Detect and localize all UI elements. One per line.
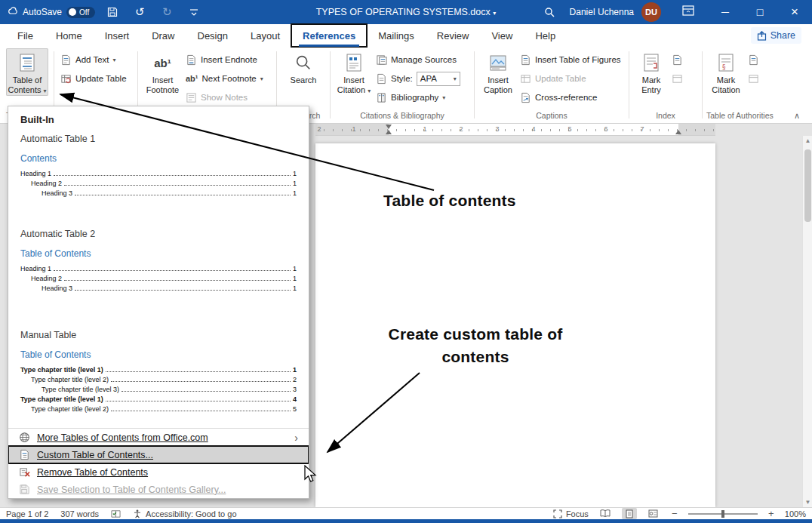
menu-item-custom-toc[interactable]: Custom Table of Contents... (8, 446, 309, 463)
user-name[interactable]: Daniel Uchenna (570, 7, 634, 17)
show-notes-button[interactable]: Show Notes (183, 90, 266, 105)
tab-mailings[interactable]: Mailings (367, 24, 426, 47)
zoom-level[interactable]: 100% (785, 509, 806, 518)
style-value: APA (420, 74, 437, 83)
redo-button[interactable]: ↻ (157, 2, 177, 22)
tab-home[interactable]: Home (45, 24, 94, 47)
tab-draw[interactable]: Draw (140, 24, 186, 47)
vertical-scrollbar[interactable]: ▲ ▼ (802, 136, 812, 507)
tab-references[interactable]: References (291, 24, 367, 47)
autosave-toggle[interactable]: Off (66, 7, 95, 18)
show-notes-icon (186, 92, 197, 103)
right-indent-marker[interactable] (675, 130, 681, 134)
update-table-button[interactable]: Update Table (58, 71, 129, 86)
tab-view[interactable]: View (480, 24, 524, 47)
ruler-number: 5 (566, 125, 574, 133)
search-button-ribbon[interactable]: Search (282, 48, 324, 85)
zoom-slider-thumb[interactable] (721, 510, 724, 518)
insert-footnote-button[interactable]: ab¹ Insert Footnote (142, 48, 183, 95)
word-count[interactable]: 307 words (60, 509, 99, 518)
toggle-knob-icon (69, 8, 76, 16)
group-separator (629, 51, 629, 118)
save-icon (107, 7, 118, 17)
tab-review[interactable]: Review (426, 24, 481, 47)
menu-item-save-selection[interactable]: Save Selection to Table of Contents Gall… (8, 481, 309, 498)
mark-citation-button[interactable]: § Mark Citation (706, 48, 746, 95)
toc-gallery-manual-table[interactable]: Table of Contents Type chapter title (le… (8, 343, 309, 428)
manage-sources-button[interactable]: Manage Sources (374, 52, 463, 67)
read-mode-button[interactable] (598, 508, 613, 519)
update-table-figures-icon (520, 73, 531, 85)
bibliography-icon (376, 92, 387, 103)
autosave-control[interactable]: AutoSave Off (8, 7, 95, 18)
update-table-icon (60, 73, 72, 85)
document-title[interactable]: TYPES OF OPERATING SYSTEMS.docx (316, 7, 491, 17)
autosave-label: AutoSave (23, 7, 62, 17)
scroll-down-icon[interactable]: ▼ (803, 499, 812, 506)
close-button[interactable]: × (777, 0, 812, 24)
ribbon-display-options-button[interactable] (682, 5, 694, 19)
zoom-slider[interactable] (688, 513, 758, 515)
mark-citation-icon: § (716, 51, 736, 74)
bibliography-button[interactable]: Bibliography▾ (374, 90, 463, 105)
insert-table-of-figures-button[interactable]: Insert Table of Figures (518, 52, 623, 67)
group-label-authorities: Table of Authorities (706, 111, 770, 123)
share-icon (757, 31, 767, 41)
preview-entry: Heading 11 (20, 168, 297, 177)
insert-table-of-authorities-button[interactable] (746, 52, 761, 67)
collapse-ribbon-button[interactable]: ∧ (794, 111, 800, 121)
add-text-button[interactable]: Add Text▾ (58, 52, 129, 67)
avatar[interactable]: DU (641, 2, 661, 22)
table-of-contents-button[interactable]: Table of Contents ▾ (6, 48, 48, 96)
autosave-state: Off (79, 8, 89, 17)
hanging-indent-marker[interactable] (386, 130, 392, 134)
chevron-down-icon: ▾ (260, 75, 263, 82)
spellcheck-icon[interactable] (111, 509, 121, 518)
scroll-up-icon[interactable]: ▲ (803, 137, 812, 144)
menu-item-remove-toc[interactable]: Remove Table of Contents (8, 463, 309, 481)
save-gallery-icon (19, 484, 30, 495)
update-table-figures-button[interactable]: Update Table (518, 71, 623, 86)
tab-design[interactable]: Design (186, 24, 239, 47)
save-button[interactable] (103, 2, 122, 22)
insert-caption-icon (488, 51, 508, 74)
insert-endnote-button[interactable]: Insert Endnote (183, 52, 266, 67)
horizontal-ruler[interactable]: 2 1 1 2 3 4 5 6 7 (315, 124, 715, 136)
customize-quick-access-button[interactable] (184, 2, 204, 22)
tab-layout[interactable]: Layout (239, 24, 291, 47)
toc-gallery-automatic-table-1[interactable]: Contents Heading 11 Heading 21 Heading 3… (8, 147, 309, 223)
bottom-accent-strip (0, 519, 812, 523)
tab-insert[interactable]: Insert (94, 24, 141, 47)
menu-item-more-tables[interactable]: More Tables of Contents from Office.com … (8, 429, 309, 446)
insert-caption-button[interactable]: Insert Caption (478, 48, 518, 95)
accessibility-icon (133, 509, 142, 518)
maximize-button[interactable]: □ (743, 0, 777, 24)
undo-button[interactable]: ↺ (130, 2, 149, 22)
tab-file[interactable]: File (6, 24, 45, 47)
update-authorities-button[interactable] (746, 71, 761, 86)
page-indicator[interactable]: Page 1 of 2 (6, 509, 48, 518)
cross-reference-button[interactable]: Cross-reference (518, 90, 623, 105)
next-footnote-button[interactable]: ab¹ Next Footnote▾ (183, 71, 266, 86)
scrollbar-thumb[interactable] (804, 149, 811, 222)
zoom-in-button[interactable]: + (767, 508, 776, 519)
toc-gallery-automatic-table-2[interactable]: Table of Contents Heading 11 Heading 21 … (8, 242, 309, 324)
insert-footnote-icon: ab¹ (154, 51, 171, 74)
focus-mode-button[interactable]: Focus (553, 509, 589, 518)
style-select[interactable]: APA ▾ (417, 72, 460, 86)
zoom-out-button[interactable]: − (670, 508, 679, 519)
accessibility-status[interactable]: Accessibility: Good to go (133, 509, 236, 518)
web-layout-button[interactable] (646, 508, 661, 519)
share-label: Share (770, 30, 795, 41)
mark-entry-button[interactable]: Mark Entry (633, 48, 669, 95)
gallery-name-automatic-1: Automatic Table 1 (8, 128, 309, 147)
minimize-button[interactable]: ─ (708, 0, 743, 24)
share-button[interactable]: Share (751, 27, 801, 44)
tab-help[interactable]: Help (524, 24, 567, 47)
update-index-button[interactable] (669, 71, 685, 86)
search-button[interactable] (540, 2, 559, 22)
print-layout-button[interactable] (622, 508, 637, 519)
first-line-indent-marker[interactable] (386, 125, 392, 129)
insert-index-button[interactable] (669, 52, 685, 67)
insert-citation-button[interactable]: Insert Citation ▾ (334, 48, 374, 96)
